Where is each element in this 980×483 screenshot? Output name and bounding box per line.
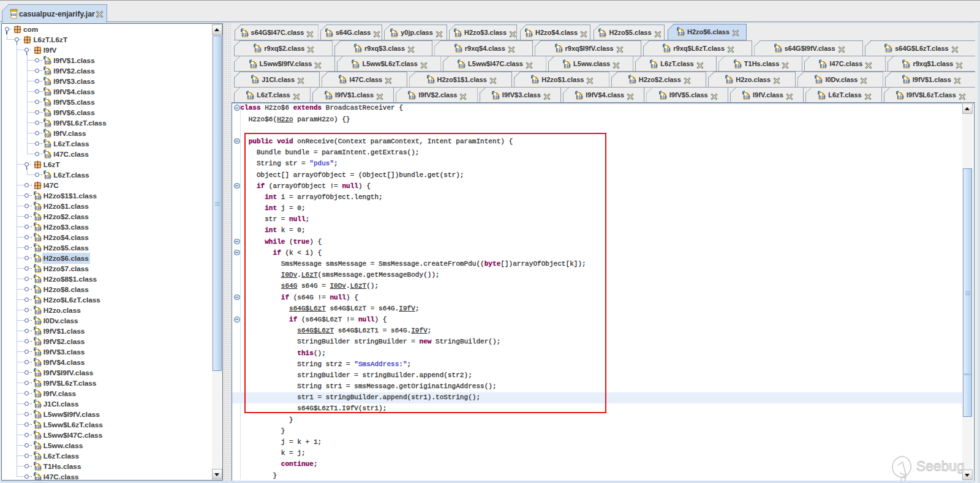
svg-text:010: 010: [35, 382, 42, 386]
svg-text:010: 010: [35, 424, 42, 428]
svg-text:010: 010: [35, 340, 42, 345]
svg-text:010: 010: [45, 91, 51, 95]
svg-text:010: 010: [820, 63, 827, 67]
svg-text:010: 010: [556, 48, 562, 52]
svg-text:010: 010: [459, 63, 466, 67]
svg-text:010: 010: [600, 32, 606, 36]
svg-text:010: 010: [35, 351, 42, 355]
svg-text:010: 010: [664, 48, 671, 52]
svg-text:010: 010: [744, 94, 750, 99]
svg-text:010: 010: [35, 299, 42, 303]
svg-text:010: 010: [35, 309, 42, 313]
svg-text:010: 010: [35, 444, 42, 449]
svg-text:010: 010: [456, 48, 462, 52]
svg-text:010: 010: [45, 132, 51, 137]
svg-text:010: 010: [428, 79, 434, 83]
svg-text:010: 010: [35, 278, 42, 282]
svg-text:010: 010: [45, 143, 51, 147]
svg-text:010: 010: [35, 205, 42, 209]
svg-text:010: 010: [252, 79, 259, 83]
svg-text:010: 010: [326, 94, 333, 99]
svg-text:010: 010: [35, 247, 42, 251]
svg-text:010: 010: [886, 48, 892, 52]
svg-text:010: 010: [35, 226, 42, 230]
svg-text:010: 010: [353, 63, 360, 67]
svg-text:010: 010: [35, 413, 42, 417]
svg-text:010: 010: [45, 80, 51, 84]
svg-text:010: 010: [45, 101, 51, 105]
svg-text:010: 010: [35, 455, 42, 459]
svg-text:010: 010: [45, 174, 51, 178]
svg-text:010: 010: [35, 361, 42, 365]
svg-text:010: 010: [326, 32, 333, 36]
svg-text:010: 010: [819, 94, 826, 99]
svg-text:010: 010: [726, 79, 733, 83]
svg-text:010: 010: [735, 63, 742, 67]
svg-text:010: 010: [903, 79, 910, 83]
svg-text:010: 010: [651, 63, 658, 67]
svg-text:010: 010: [355, 48, 362, 52]
svg-text:010: 010: [391, 32, 398, 36]
svg-text:010: 010: [35, 372, 42, 376]
svg-text:010: 010: [35, 392, 42, 397]
svg-text:010: 010: [775, 48, 782, 52]
svg-text:010: 010: [660, 94, 666, 99]
svg-text:010: 010: [903, 63, 910, 67]
svg-text:010: 010: [678, 31, 685, 36]
svg-text:010: 010: [45, 122, 51, 126]
svg-text:010: 010: [493, 94, 500, 99]
svg-text:010: 010: [247, 94, 254, 99]
svg-text:010: 010: [35, 320, 42, 324]
svg-text:010: 010: [35, 465, 42, 470]
svg-text:010: 010: [241, 32, 248, 36]
svg-text:010: 010: [35, 236, 42, 241]
svg-text:010: 010: [35, 434, 42, 438]
svg-text:010: 010: [897, 94, 904, 99]
svg-text:Seebug: Seebug: [916, 459, 965, 474]
svg-text:010: 010: [35, 288, 42, 293]
svg-text:010: 010: [35, 195, 42, 199]
svg-text:010: 010: [35, 257, 42, 261]
svg-text:010: 010: [10, 13, 16, 17]
svg-text:010: 010: [45, 153, 51, 157]
svg-text:010: 010: [409, 94, 416, 99]
svg-text:010: 010: [576, 94, 583, 99]
svg-text:010: 010: [255, 48, 262, 52]
svg-text:010: 010: [564, 63, 571, 67]
svg-text:010: 010: [35, 268, 42, 272]
svg-text:010: 010: [45, 70, 51, 74]
svg-text:010: 010: [250, 63, 257, 67]
svg-text:010: 010: [455, 32, 462, 36]
svg-text:010: 010: [45, 59, 51, 64]
svg-text:010: 010: [35, 476, 42, 480]
svg-text:010: 010: [35, 215, 42, 220]
svg-text:010: 010: [35, 403, 42, 407]
svg-text:010: 010: [340, 79, 347, 83]
svg-text:010: 010: [526, 32, 533, 36]
svg-text:010: 010: [816, 79, 823, 83]
svg-text:010: 010: [35, 330, 42, 334]
svg-text:010: 010: [630, 79, 636, 83]
svg-text:010: 010: [532, 79, 539, 83]
svg-text:010: 010: [45, 111, 51, 116]
